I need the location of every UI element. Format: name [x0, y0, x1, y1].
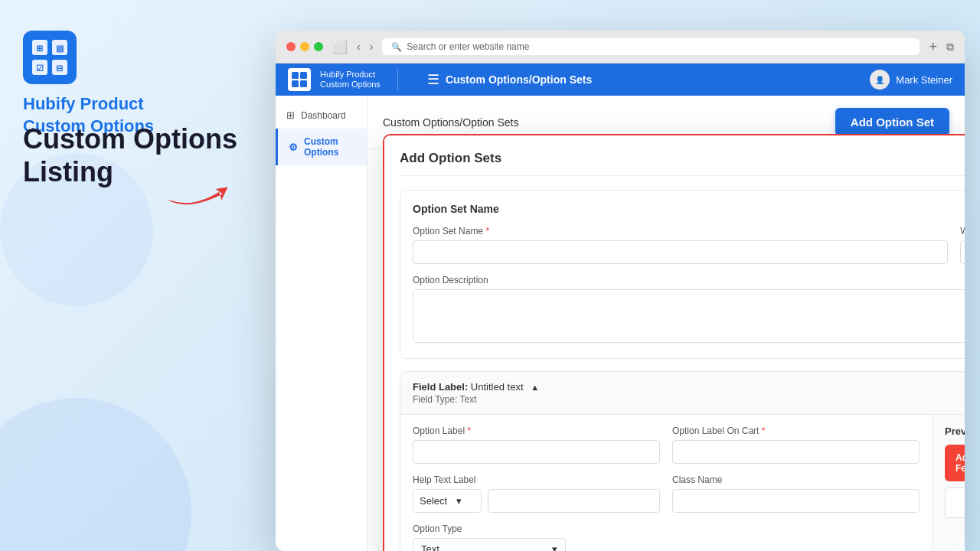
field-form: Option Label * Option Label On Cart *	[400, 415, 932, 551]
option-label-on-cart-label: Option Label On Cart *	[672, 425, 920, 436]
modal-title: Add Option Sets	[400, 151, 965, 176]
option-label-input[interactable]	[413, 440, 660, 464]
app-logo-small	[288, 68, 311, 91]
app-content: ⊞ Dashboard ⚙ Custom Options Custom Opti…	[276, 96, 965, 551]
help-text-input[interactable]	[488, 489, 660, 513]
field-body: Option Label * Option Label On Cart *	[400, 415, 965, 551]
when-product-label: When Product *	[960, 226, 965, 236]
form-row-help-class: Help Text Label Select ▾	[413, 474, 920, 513]
field-option-set-name-label: Option Set Name *	[413, 226, 948, 236]
product-type-select[interactable]: Product Type ▾	[960, 240, 965, 264]
field-when-product: When Product * Product Type ▾ is	[960, 226, 965, 264]
option-type-label: Option Type	[413, 523, 920, 534]
app-header: Hubify Product Custom Options ☰ Custom O…	[276, 64, 965, 96]
help-text-label: Help Text Label	[413, 474, 660, 485]
dashboard-icon: ⊞	[286, 109, 295, 121]
preview-card: Additional Custom Option Feature ✎	[945, 445, 965, 481]
browser-copy-icon[interactable]: ⧉	[946, 41, 954, 54]
traffic-light-green[interactable]	[314, 42, 323, 51]
class-name-input[interactable]	[672, 489, 920, 513]
section-title: Option Set Name	[413, 203, 965, 215]
option-description-label: Option Description	[413, 275, 965, 285]
traffic-light-red[interactable]	[286, 42, 296, 51]
sidebar-item-custom-options[interactable]: ⚙ Custom Options	[276, 129, 367, 165]
chevron-down-icon: ▾	[552, 543, 557, 551]
brand-logo: ⊞ ▤ ☑ ⊟	[23, 31, 77, 84]
field-help-text: Help Text Label Select ▾	[413, 474, 660, 513]
app-header-page: ☰ Custom Options/Option Sets	[427, 71, 592, 88]
option-description-textarea[interactable]	[413, 289, 965, 343]
field-section: Field Label: Untitled text ▲ Field Type:…	[400, 371, 965, 551]
field-option-label-on-cart: Option Label On Cart *	[672, 425, 920, 464]
svg-text:▤: ▤	[56, 44, 64, 53]
form-row-labels: Option Label * Option Label On Cart *	[413, 425, 920, 464]
traffic-lights	[286, 42, 323, 51]
field-type-info: Field Type: Text	[413, 394, 539, 405]
traffic-light-yellow[interactable]	[300, 42, 309, 51]
main-content: Custom Options/Option Sets Add Option Se…	[368, 96, 965, 551]
preview-input-area	[945, 487, 965, 518]
field-preview: Preview Additional Custom Option Feature…	[932, 415, 965, 551]
option-set-name-section: Option Set Name Option Set Name *	[400, 190, 965, 359]
field-option-description: Option Description	[413, 275, 965, 346]
address-bar[interactable]: 🔍 Search or enter website name	[382, 38, 920, 55]
svg-text:⊞: ⊞	[36, 44, 43, 53]
breadcrumb: Custom Options/Option Sets	[383, 116, 518, 129]
svg-text:☑: ☑	[36, 64, 44, 73]
field-header-info: Field Label: Untitled text ▲ Field Type:…	[413, 381, 539, 405]
browser-window: ⬜ ‹ › 🔍 Search or enter website name + ⧉…	[276, 31, 965, 551]
browser-sidebar-icon[interactable]: ⬜	[332, 40, 348, 54]
svg-text:⊟: ⊟	[56, 64, 63, 73]
field-option-set-name: Option Set Name *	[413, 226, 948, 264]
option-set-name-input[interactable]	[413, 240, 948, 264]
option-label-on-cart-input[interactable]	[672, 440, 920, 464]
browser-nav-back[interactable]: ‹	[357, 41, 361, 53]
option-type-select[interactable]: Text ▾	[413, 538, 566, 551]
form-row-name: Option Set Name * When Product *	[413, 226, 965, 264]
custom-options-icon: ⚙	[289, 142, 298, 153]
field-option-label: Option Label *	[413, 425, 660, 464]
header-page-title: Custom Options/Option Sets	[446, 73, 592, 86]
help-text-select[interactable]: Select ▾	[413, 489, 482, 513]
chevron-up-icon: ▲	[531, 383, 539, 392]
add-option-sets-modal: Add Option Sets Option Set Name Option S…	[383, 134, 965, 551]
add-option-set-button[interactable]: Add Option Set	[835, 108, 949, 136]
browser-nav-forward[interactable]: ›	[370, 41, 374, 53]
svg-rect-8	[292, 72, 299, 79]
chevron-down-icon: ▾	[456, 495, 462, 507]
field-class-name: Class Name	[672, 474, 920, 513]
browser-new-tab[interactable]: +	[929, 39, 937, 55]
field-option-type: Option Type Text ▾	[413, 523, 920, 551]
arrow-decoration-right	[157, 161, 257, 231]
field-header: Field Label: Untitled text ▲ Field Type:…	[400, 372, 965, 415]
preview-title: Preview	[945, 425, 965, 437]
menu-icon: ☰	[427, 71, 439, 88]
app-header-title: Hubify Product Custom Options	[320, 70, 381, 90]
sidebar: ⊞ Dashboard ⚙ Custom Options	[276, 96, 368, 551]
browser-chrome: ⬜ ‹ › 🔍 Search or enter website name + ⧉	[276, 31, 965, 64]
svg-rect-9	[300, 72, 307, 79]
header-user: 👤 Mark Steiner	[870, 70, 952, 90]
svg-rect-11	[300, 80, 307, 87]
svg-rect-10	[292, 80, 299, 87]
class-name-label: Class Name	[672, 474, 920, 485]
option-label-label: Option Label *	[413, 425, 660, 436]
user-avatar: 👤	[870, 70, 890, 90]
sidebar-item-dashboard[interactable]: ⊞ Dashboard	[276, 102, 367, 129]
